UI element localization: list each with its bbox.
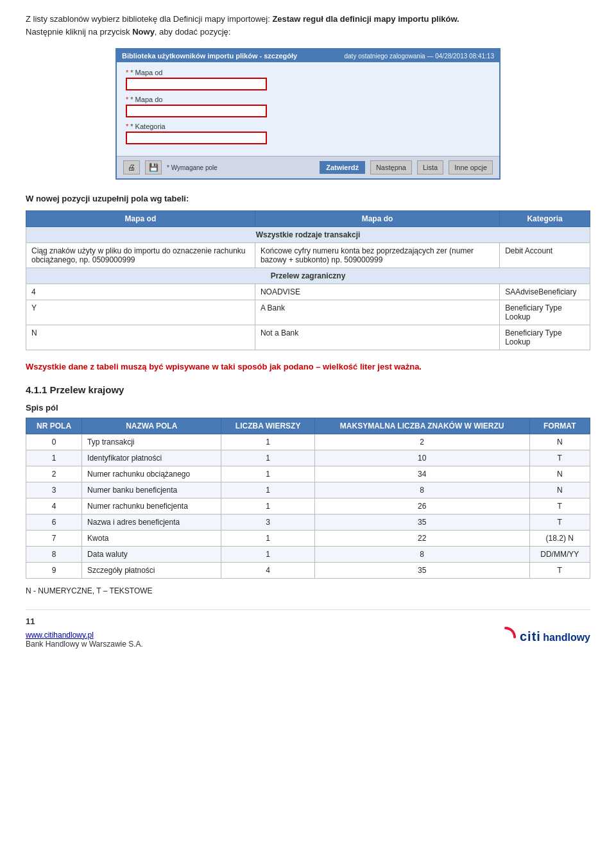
data-cell-5-3: 35 xyxy=(314,515,529,531)
data-header-liczba-wierszy: LICZBA WIERSZY xyxy=(221,418,314,434)
intro-line2-rest: , aby dodać pozycję: xyxy=(155,27,231,37)
data-table-row-7: 8Data waluty18DD/MM/YY xyxy=(26,547,590,563)
map-cell-1-3: Debit Account xyxy=(500,243,590,268)
map-span-cell-2: Przelew zagraniczny xyxy=(26,268,590,284)
data-table-row-8: 9Szczegóły płatności435T xyxy=(26,563,590,579)
data-cell-8-4: T xyxy=(529,563,590,579)
nastepna-button[interactable]: Następna xyxy=(370,160,412,174)
zatwierdz-button[interactable]: Zatwierdź xyxy=(320,161,365,174)
map-cell-2-3: SAAdviseBeneficiary xyxy=(500,284,590,300)
ui-field-mapa-od: ** Mapa od xyxy=(126,69,490,90)
intro-line1-bold: Zestaw reguł dla definicji mapy importu … xyxy=(272,14,459,24)
ui-field-mapa-do: ** Mapa do xyxy=(126,96,490,117)
data-cell-7-2: 1 xyxy=(221,547,314,563)
footer-left: 11 www.citihandlowy.pl Bank Handlowy w W… xyxy=(26,615,143,649)
page-footer: 11 www.citihandlowy.pl Bank Handlowy w W… xyxy=(26,609,590,649)
data-cell-3-0: 3 xyxy=(26,482,82,498)
citi-arc-icon xyxy=(494,625,517,649)
data-cell-2-0: 2 xyxy=(26,466,82,482)
data-cell-2-2: 1 xyxy=(221,466,314,482)
data-cell-0-0: 0 xyxy=(26,434,82,450)
map-header-kategoria: Kategoria xyxy=(500,210,590,226)
data-table-row-2: 2Numer rachunku obciążanego134N xyxy=(26,466,590,482)
data-cell-6-0: 7 xyxy=(26,531,82,547)
ui-input-mapa-od[interactable] xyxy=(126,78,267,90)
ui-screenshot-box: Biblioteka użytkowników importu plików -… xyxy=(116,48,501,180)
data-cell-1-1: Identyfikator płatności xyxy=(82,450,221,466)
ui-header: Biblioteka użytkowników importu plików -… xyxy=(117,49,499,62)
map-row-4: N Not a Bank Beneficiary Type Lookup xyxy=(26,325,590,350)
data-cell-1-0: 1 xyxy=(26,450,82,466)
data-cell-8-3: 35 xyxy=(314,563,529,579)
intro-new-bold: Nowy xyxy=(132,27,155,37)
map-header-mapa-do: Mapa do xyxy=(255,210,499,226)
ui-body: ** Mapa od ** Mapa do ** Kategoria xyxy=(117,62,499,156)
required-note: * Wymagane pole xyxy=(167,164,314,171)
map-cell-3-1: Y xyxy=(26,300,255,325)
data-cell-0-1: Typ transakcji xyxy=(82,434,221,450)
data-cell-7-4: DD/MM/YY xyxy=(529,547,590,563)
data-cell-2-3: 34 xyxy=(314,466,529,482)
intro-line2: Następnie kliknij na przycisk xyxy=(26,27,132,37)
data-cell-1-3: 10 xyxy=(314,450,529,466)
data-cell-6-2: 1 xyxy=(221,531,314,547)
ui-footer: 🖨 💾 * Wymagane pole Zatwierdź Następna L… xyxy=(117,156,499,178)
data-table-row-5: 6Nazwa i adres beneficjenta335T xyxy=(26,515,590,531)
handlowy-text: handlowy xyxy=(543,632,590,643)
citi-logo: citi handlowy xyxy=(494,625,590,649)
data-header-max-znakow: MAKSYMALNA LICZBA ZNAKÓW W WIERZU xyxy=(314,418,529,434)
data-cell-6-4: (18.2) N xyxy=(529,531,590,547)
data-cell-3-4: N xyxy=(529,482,590,498)
data-cell-7-1: Data waluty xyxy=(82,547,221,563)
data-cell-4-2: 1 xyxy=(221,498,314,515)
data-cell-5-4: T xyxy=(529,515,590,531)
map-cell-3-2: A Bank xyxy=(255,300,499,325)
map-cell-1-1: Ciąg znaków użyty w pliku do importu do … xyxy=(26,243,255,268)
warning-text: Wszystkie dane z tabeli muszą być wpisyw… xyxy=(26,361,590,373)
data-table-row-0: 0Typ transakcji12N xyxy=(26,434,590,450)
data-cell-0-2: 1 xyxy=(221,434,314,450)
spis-pol-label: Spis pól xyxy=(26,402,590,414)
map-row-1: Ciąg znaków użyty w pliku do importu do … xyxy=(26,243,590,268)
data-cell-3-3: 8 xyxy=(314,482,529,498)
data-cell-2-1: Numer rachunku obciążanego xyxy=(82,466,221,482)
map-cell-4-3: Beneficiary Type Lookup xyxy=(500,325,590,350)
data-cell-4-1: Numer rachunku beneficjenta xyxy=(82,498,221,515)
data-table-row-3: 3Numer banku beneficjenta18N xyxy=(26,482,590,498)
ui-label-mapa-od: ** Mapa od xyxy=(126,69,490,76)
save-icon-btn[interactable]: 💾 xyxy=(145,160,162,174)
ui-label-mapa-do: ** Mapa do xyxy=(126,96,490,103)
ui-input-mapa-do[interactable] xyxy=(126,105,267,117)
map-cell-3-3: Beneficiary Type Lookup xyxy=(500,300,590,325)
section-label: W nowej pozycji uzupełnij pola wg tabeli… xyxy=(26,192,590,205)
map-span-row-1: Wszystkie rodzaje transakcji xyxy=(26,226,590,243)
map-table: Mapa od Mapa do Kategoria Wszystkie rodz… xyxy=(26,210,590,350)
data-cell-7-3: 8 xyxy=(314,547,529,563)
intro-line1: Z listy szablonów wybierz bibliotekę dla… xyxy=(26,14,272,24)
data-cell-8-1: Szczegóły płatności xyxy=(82,563,221,579)
inne-opcje-button[interactable]: Inne opcje xyxy=(449,160,493,174)
data-cell-4-4: T xyxy=(529,498,590,515)
intro-paragraph: Z listy szablonów wybierz bibliotekę dla… xyxy=(26,13,590,38)
ui-header-title: Biblioteka użytkowników importu plików -… xyxy=(122,52,297,60)
citi-brand-text: citi handlowy xyxy=(520,629,590,644)
data-cell-8-0: 9 xyxy=(26,563,82,579)
footer-link[interactable]: www.citihandlowy.pl xyxy=(26,631,94,640)
data-cell-3-1: Numer banku beneficjenta xyxy=(82,482,221,498)
lista-button[interactable]: Lista xyxy=(417,160,443,174)
footer-bank-name: Bank Handlowy w Warszawie S.A. xyxy=(26,640,143,649)
print-icon-btn[interactable]: 🖨 xyxy=(123,160,140,174)
footer-row: 11 www.citihandlowy.pl Bank Handlowy w W… xyxy=(26,615,590,649)
data-cell-1-4: T xyxy=(529,450,590,466)
data-cell-4-0: 4 xyxy=(26,498,82,515)
data-header-format: FORMAT xyxy=(529,418,590,434)
map-span-cell-1: Wszystkie rodzaje transakcji xyxy=(26,226,590,243)
data-cell-0-3: 2 xyxy=(314,434,529,450)
section-number-title: 4.1.1 Przelew krajowy xyxy=(26,383,590,398)
citi-text: citi xyxy=(520,629,541,643)
data-cell-6-1: Kwota xyxy=(82,531,221,547)
data-cell-5-2: 3 xyxy=(221,515,314,531)
map-span-row-2: Przelew zagraniczny xyxy=(26,268,590,284)
data-cell-1-2: 1 xyxy=(221,450,314,466)
ui-input-kategoria[interactable] xyxy=(126,132,267,144)
